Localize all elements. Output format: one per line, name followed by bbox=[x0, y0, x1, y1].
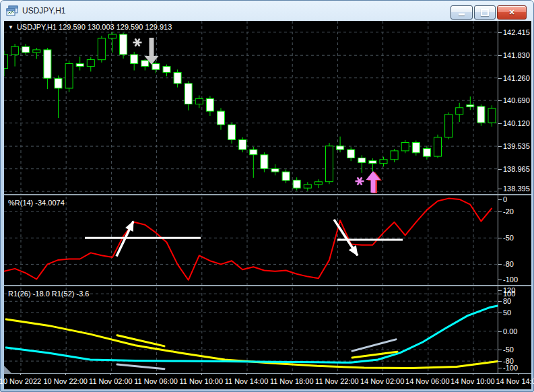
series-trendline-yellow-left[interactable] bbox=[117, 335, 164, 346]
axis-label: 138.965 bbox=[503, 165, 530, 173]
date-label: 11 Nov 18:00 bbox=[270, 377, 314, 385]
price-axis-separator bbox=[498, 21, 498, 373]
buy-arrow-icon[interactable] bbox=[366, 171, 380, 193]
candle-body bbox=[412, 143, 420, 153]
candle-body bbox=[131, 55, 138, 64]
time-axis-tick bbox=[65, 373, 66, 375]
date-label: 10 Nov 2022 bbox=[0, 377, 41, 385]
candle-body bbox=[109, 34, 116, 38]
axis-label: 141.830 bbox=[503, 51, 530, 59]
time-axis[interactable]: 10 Nov 202210 Nov 22:0011 Nov 02:0011 No… bbox=[4, 375, 531, 389]
price-axis-tick bbox=[498, 100, 502, 101]
r1-indicator-panel[interactable]: R1(26) -18.0 R1(52) -3.6 bbox=[4, 288, 498, 373]
time-axis-tick bbox=[428, 373, 428, 375]
candle-body bbox=[120, 34, 127, 55]
axis-label: 142.415 bbox=[503, 28, 530, 36]
time-axis-tick bbox=[292, 373, 292, 375]
candle-body bbox=[380, 160, 387, 164]
title-bar[interactable]: USDJPY,H1 ✕ bbox=[1, 1, 533, 21]
axis-label: -50 bbox=[503, 346, 514, 354]
date-label: 14 Nov 02:00 bbox=[360, 377, 404, 385]
axis-label: 80 bbox=[503, 297, 511, 305]
candle-body bbox=[391, 151, 398, 160]
candle-body bbox=[347, 150, 355, 158]
date-label: 11 Nov 06:00 bbox=[134, 377, 178, 385]
price-axis-tick bbox=[498, 264, 502, 265]
candle-body bbox=[271, 168, 279, 172]
price-axis-tick bbox=[498, 55, 502, 56]
window-title: USDJPY,H1 bbox=[22, 6, 65, 15]
series-trendline-silver-left[interactable] bbox=[117, 364, 164, 369]
candle-body bbox=[293, 180, 300, 188]
price-axis-tick bbox=[498, 313, 502, 313]
price-chart-panel[interactable]: ▼USDJPY,H1 129.590 130.003 129.590 129.9… bbox=[4, 21, 498, 194]
candle-body bbox=[401, 143, 409, 151]
price-axis-tick bbox=[498, 211, 502, 212]
candle-body bbox=[477, 106, 485, 123]
buy-star-icon bbox=[356, 177, 364, 185]
close-button[interactable]: ✕ bbox=[497, 5, 527, 20]
date-label: 11 Nov 22:00 bbox=[315, 377, 359, 385]
price-axis-tick bbox=[498, 32, 502, 33]
price-axis-tick bbox=[498, 350, 502, 350]
time-axis-tick bbox=[518, 373, 519, 375]
price-axis-tick bbox=[498, 169, 502, 170]
price-axis-tick bbox=[498, 280, 502, 280]
series-R1(52)[interactable] bbox=[6, 306, 498, 362]
application-window: USDJPY,H1 ✕ ▼USDJPY,H1 129.590 130.003 1… bbox=[0, 0, 534, 392]
candle-body bbox=[4, 55, 8, 69]
candle-body bbox=[206, 98, 213, 111]
drawn-arrow-head-icon[interactable] bbox=[349, 245, 362, 259]
wpr-indicator-panel[interactable]: %R(14) -34.0074 bbox=[4, 197, 498, 285]
date-label: 11 Nov 02:00 bbox=[89, 377, 133, 385]
symbol-menu-icon[interactable]: ▼ bbox=[8, 24, 13, 30]
drawn-arrow-head-icon[interactable] bbox=[125, 219, 137, 232]
time-axis-tick bbox=[156, 373, 157, 375]
price-axis-tick bbox=[498, 294, 502, 294]
candle-body bbox=[98, 38, 105, 60]
candle-body bbox=[282, 172, 290, 181]
axis-label: 140.120 bbox=[503, 119, 530, 127]
candle-body bbox=[369, 161, 376, 164]
price-axis-tick bbox=[498, 123, 502, 124]
candle-body bbox=[358, 158, 366, 163]
close-icon: ✕ bbox=[508, 8, 514, 17]
restore-button[interactable] bbox=[474, 5, 496, 20]
window-icon bbox=[6, 5, 18, 16]
candle-body bbox=[55, 78, 62, 88]
time-axis-tick bbox=[473, 373, 473, 375]
date-label: 14 Nov 06:00 bbox=[405, 377, 449, 385]
time-axis-tick bbox=[382, 373, 383, 375]
time-axis-tick bbox=[20, 373, 21, 375]
price-axis-tick bbox=[498, 146, 502, 147]
candle-body bbox=[467, 105, 474, 107]
price-axis-tick bbox=[498, 301, 502, 302]
panel-resize-grip-icon[interactable] bbox=[4, 366, 11, 373]
chart-client-area: ▼USDJPY,H1 129.590 130.003 129.590 129.9… bbox=[4, 21, 531, 389]
time-axis-tick bbox=[337, 373, 337, 375]
candle-body bbox=[456, 108, 463, 115]
axis-label: 0.00 bbox=[503, 327, 517, 335]
candle-body bbox=[326, 146, 333, 182]
minimize-button[interactable] bbox=[450, 5, 473, 20]
date-label: 11 Nov 10:00 bbox=[179, 377, 223, 385]
date-label: 11 Nov 14:00 bbox=[225, 377, 269, 385]
axis-label: 50 bbox=[503, 308, 511, 317]
candle-body bbox=[65, 64, 73, 89]
candle-body bbox=[185, 84, 192, 104]
series-trendline-silver-right[interactable] bbox=[352, 339, 396, 351]
candle-body bbox=[337, 146, 344, 150]
candle-body bbox=[163, 67, 170, 73]
candle-body bbox=[11, 46, 19, 55]
candle-body bbox=[304, 185, 311, 188]
date-label: 10 Nov 22:00 bbox=[43, 377, 87, 385]
price-axis-tick bbox=[498, 199, 502, 200]
date-label: 14 Nov 10:00 bbox=[450, 377, 494, 385]
candle-body bbox=[250, 150, 257, 155]
date-label: 14 Nov 14:00 bbox=[496, 377, 534, 385]
candle-body bbox=[314, 182, 322, 185]
candle-body bbox=[152, 64, 160, 70]
axis-label: 138.395 bbox=[503, 185, 530, 193]
price-axis-tick bbox=[498, 189, 502, 189]
axis-label: -100 bbox=[503, 364, 518, 372]
